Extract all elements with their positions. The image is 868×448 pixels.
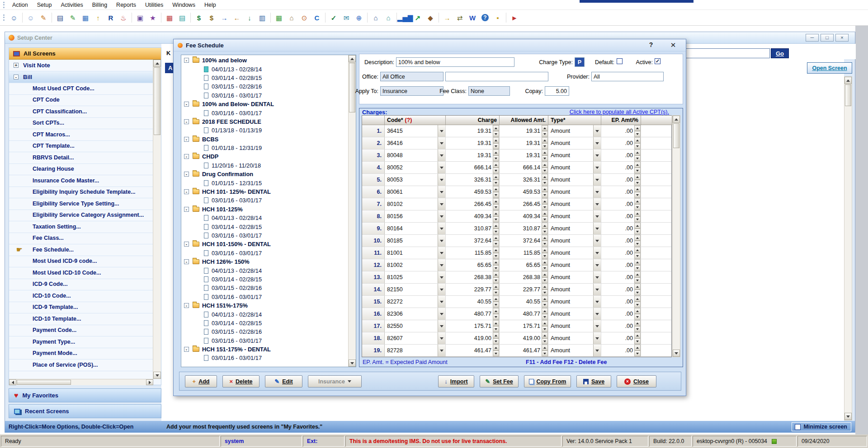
expander-icon[interactable]: - xyxy=(184,189,189,194)
clock-icon[interactable]: ⊙ xyxy=(298,12,310,23)
scroll-up-button[interactable] xyxy=(673,116,680,123)
exit-icon[interactable]: ► xyxy=(509,12,520,23)
ep-amount-spinner[interactable]: .00 xyxy=(601,320,641,332)
code-combobox[interactable]: 82607 xyxy=(385,332,446,344)
charge-spinner[interactable]: 326.31 xyxy=(446,174,500,186)
expander-icon[interactable]: - xyxy=(184,259,189,264)
dropdown-button[interactable] xyxy=(593,125,601,137)
type-combobox[interactable]: Amount xyxy=(548,345,601,356)
code-combobox[interactable]: 80048 xyxy=(385,149,446,161)
spin-buttons[interactable] xyxy=(634,210,641,222)
spin-buttons[interactable] xyxy=(493,149,499,161)
fee-tree-date[interactable]: 03/01/15 - 02/28/16 xyxy=(181,327,349,336)
lock-icon[interactable]: ▪ xyxy=(492,12,504,23)
spin-buttons[interactable] xyxy=(493,259,499,271)
code-combobox[interactable]: 82306 xyxy=(385,308,446,320)
type-combobox[interactable]: Amount xyxy=(548,174,601,186)
sidebar-item[interactable]: Most Used ICD-9 code... xyxy=(9,256,153,268)
spin-buttons[interactable] xyxy=(542,284,548,295)
allowed-amount-spinner[interactable]: 65.65 xyxy=(500,259,548,271)
statement-icon[interactable]: ▥ xyxy=(256,12,268,23)
default-checkbox[interactable] xyxy=(617,58,623,64)
ep-amount-spinner[interactable]: .00 xyxy=(601,198,641,210)
spin-buttons[interactable] xyxy=(542,149,548,161)
expander-icon[interactable]: + xyxy=(14,63,19,68)
sidebar-item[interactable]: RBRVS Detail... xyxy=(9,152,153,164)
claim-send-icon[interactable]: → xyxy=(218,12,230,23)
charge-spinner[interactable]: 666.14 xyxy=(446,162,500,173)
sidebar-item[interactable]: Eligibility Inquiry Schedule Template... xyxy=(9,187,153,199)
allowed-amount-spinner[interactable]: 326.31 xyxy=(500,174,548,186)
scroll-down-button[interactable] xyxy=(153,372,161,379)
spin-buttons[interactable] xyxy=(542,271,548,283)
office-icon[interactable]: ⌂ xyxy=(370,12,382,23)
dialog-titlebar[interactable]: Fee Schedule xyxy=(174,39,686,51)
spin-buttons[interactable] xyxy=(634,186,641,198)
table-vertical-scrollbar[interactable] xyxy=(672,115,680,357)
dropdown-button[interactable] xyxy=(438,345,445,356)
dropdown-button[interactable] xyxy=(593,259,601,271)
close-button[interactable]: × Close xyxy=(617,375,656,387)
code-combobox[interactable]: 82150 xyxy=(385,284,446,295)
spin-buttons[interactable] xyxy=(634,223,641,234)
imaging-icon[interactable]: ▣ xyxy=(134,12,146,23)
spin-buttons[interactable] xyxy=(542,235,548,247)
type-combobox[interactable]: Amount xyxy=(548,296,601,308)
scroll-left-button[interactable] xyxy=(9,379,16,385)
spin-buttons[interactable] xyxy=(493,296,499,308)
ep-amount-spinner[interactable]: .00 xyxy=(601,332,641,344)
allowed-amount-spinner[interactable]: 19.31 xyxy=(500,137,548,149)
dropdown-button[interactable] xyxy=(593,296,601,308)
sidebar-item[interactable]: CPT Code xyxy=(9,95,153,107)
charge-spinner[interactable]: 40.55 xyxy=(446,296,500,308)
add-button[interactable]: + Add xyxy=(185,375,217,387)
charge-spinner[interactable]: 409.34 xyxy=(446,210,500,222)
spin-buttons[interactable] xyxy=(634,284,641,295)
web-icon[interactable]: ⊕ xyxy=(353,12,365,23)
charge-spinner[interactable]: 372.64 xyxy=(446,235,500,247)
fee-tree-group[interactable]: -HCH 151-175% - DENTAL xyxy=(181,345,349,354)
sidebar-item[interactable]: ICD-10 Code... xyxy=(9,290,153,302)
fee-class-input[interactable]: None xyxy=(468,86,510,96)
tree-vertical-scrollbar[interactable] xyxy=(348,55,356,367)
spin-buttons[interactable] xyxy=(542,345,548,356)
dropdown-button[interactable] xyxy=(438,174,445,186)
spin-buttons[interactable] xyxy=(493,198,499,210)
dropdown-button[interactable] xyxy=(593,149,601,161)
allowed-amount-spinner[interactable]: 19.31 xyxy=(500,125,548,137)
dropdown-button[interactable] xyxy=(593,332,601,344)
allowed-amount-spinner[interactable]: 175.71 xyxy=(500,320,548,332)
fee-tree-date[interactable]: 03/01/16 - 03/01/17 xyxy=(181,293,349,301)
spin-buttons[interactable] xyxy=(493,223,499,234)
fee-tree-date[interactable]: 03/01/14 - 02/28/15 xyxy=(181,222,349,231)
dropdown-button[interactable] xyxy=(438,259,445,271)
sidebar-item[interactable]: Clearing House xyxy=(9,164,153,176)
type-combobox[interactable]: Amount xyxy=(548,271,601,283)
charge-spinner[interactable]: 65.65 xyxy=(446,259,500,271)
fee-tree-date[interactable]: 04/01/13 - 02/28/14 xyxy=(181,214,349,222)
dropdown-button[interactable] xyxy=(593,223,601,234)
sidebar-item[interactable]: Fee Class... xyxy=(9,233,153,245)
dropdown-button[interactable] xyxy=(438,284,445,295)
spin-buttons[interactable] xyxy=(542,198,548,210)
charge-spinner[interactable]: 115.85 xyxy=(446,247,500,259)
fee-tree-date[interactable]: 03/01/16 - 03/01/17 xyxy=(181,91,349,100)
spin-buttons[interactable] xyxy=(634,345,641,356)
code-combobox[interactable]: 80053 xyxy=(385,174,446,186)
open-screen-button[interactable]: Open Screen xyxy=(807,62,852,74)
allowed-amount-spinner[interactable]: 419.00 xyxy=(500,332,548,344)
expander-icon[interactable]: - xyxy=(184,242,189,247)
menu-item-windows[interactable]: Windows xyxy=(168,1,200,9)
grid-icon[interactable]: ▦ xyxy=(273,12,285,23)
menu-item-utilities[interactable]: Utilities xyxy=(141,1,168,9)
fee-tree-date[interactable]: 03/01/14 - 02/28/15 xyxy=(181,319,349,327)
dropdown-button[interactable] xyxy=(593,186,601,198)
scroll-up-button[interactable] xyxy=(844,77,852,84)
charge-spinner[interactable]: 268.38 xyxy=(446,271,500,283)
menu-item-activities[interactable]: Activities xyxy=(56,1,87,9)
dropdown-button[interactable] xyxy=(593,235,601,247)
type-combobox[interactable]: Amount xyxy=(548,125,601,137)
type-combobox[interactable]: Amount xyxy=(548,186,601,198)
sidebar-item[interactable]: Place of Service (POS)... xyxy=(9,359,153,371)
code-combobox[interactable]: 82272 xyxy=(385,296,446,308)
